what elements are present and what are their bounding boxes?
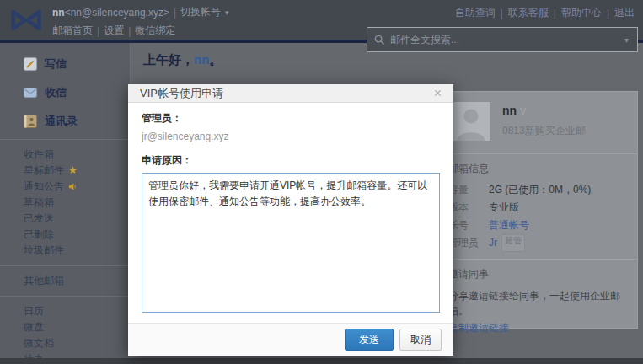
- switch-account-link[interactable]: 切换帐号: [180, 5, 221, 19]
- sidebar-divider: [0, 139, 130, 140]
- separator: |: [607, 8, 609, 19]
- app-label: 微文档: [24, 337, 54, 350]
- search-icon: [374, 35, 385, 46]
- nav-wechat-bind[interactable]: 微信绑定: [135, 24, 175, 38]
- sidebar-item-starred[interactable]: 星标邮件 ★: [0, 163, 130, 179]
- folder-label: 收件箱: [24, 148, 54, 161]
- user-name: nn: [52, 7, 65, 19]
- exmail-page: nn<nn@silenceyang.xyz> | 切换帐号 ▾ 邮箱首页 | 设…: [0, 0, 643, 364]
- vip-apply-modal: VIP帐号使用申请 × 管理员： jr@silenceyang.xyz 申请原因…: [128, 84, 453, 356]
- admin-name-link[interactable]: Jr: [489, 234, 497, 252]
- info-label: 版本: [448, 199, 489, 217]
- separator: |: [554, 8, 556, 19]
- exmail-logo-icon: [7, 4, 46, 36]
- info-value: 2G (已使用：0M，0%): [489, 181, 591, 199]
- greeting-suffix: 。: [209, 52, 222, 67]
- invite-title: 邀请同事: [442, 260, 637, 285]
- sidebar-item-calendar[interactable]: 日历: [0, 303, 130, 319]
- greeting-prefix: 上午好，: [143, 52, 194, 67]
- copy-invite-link-label: 复制邀请链接: [448, 322, 509, 334]
- mail-search-box: ▾: [367, 27, 638, 52]
- copy-invite-link[interactable]: 复制邀请链接: [442, 318, 637, 335]
- vip-icon[interactable]: V: [520, 106, 526, 116]
- search-scope-caret-icon[interactable]: ▾: [623, 35, 630, 45]
- close-icon[interactable]: ×: [431, 85, 445, 102]
- folder-label: 已发送: [24, 212, 54, 225]
- compose-pencil-icon: [24, 57, 37, 71]
- quick-contact-support[interactable]: 联系客服: [508, 6, 549, 20]
- app-label: 微盘: [24, 321, 44, 334]
- super-admin-badge: 超管: [501, 234, 525, 252]
- modal-header: VIP帐号使用申请 ×: [128, 84, 453, 103]
- info-row-capacity: 容量 2G (已使用：0M，0%): [448, 181, 637, 199]
- info-value: 专业版: [489, 199, 519, 217]
- info-row-admin: 管理员 Jr 超管: [448, 234, 637, 252]
- account-type-link[interactable]: 普通帐号: [489, 217, 529, 234]
- quick-links: 自助查询 | 联系客服 | 帮助中心 | 退出: [455, 6, 635, 20]
- separator: |: [501, 8, 503, 19]
- separator: |: [174, 7, 176, 19]
- account-panel: nnV 0813新购买企业邮 邮箱信息 容量 2G (已使用：0M，0%) 版本…: [441, 91, 638, 329]
- sidebar-divider: [0, 296, 130, 297]
- quick-help-center[interactable]: 帮助中心: [561, 6, 602, 20]
- avatar[interactable]: [452, 102, 490, 141]
- reason-textarea[interactable]: 管理员你好，我需要申请开通VIP帐号，提升邮箱容量。还可以使用保密邮件、通知公告…: [142, 173, 440, 313]
- page-bottom-bar: [0, 358, 643, 364]
- nav-settings[interactable]: 设置: [104, 24, 124, 38]
- sidebar-item-spam[interactable]: 垃圾邮件: [0, 243, 130, 259]
- star-icon: ★: [68, 164, 78, 177]
- sidebar-item-receive[interactable]: 收信: [0, 78, 130, 107]
- send-button[interactable]: 发送: [345, 329, 394, 351]
- folder-label: 通知公告: [24, 180, 64, 193]
- quick-logout[interactable]: 退出: [614, 6, 635, 20]
- invite-text: 分享邀请链接给同事，一起使用企业邮箱。: [442, 285, 637, 318]
- greeting-username: nn: [194, 52, 209, 67]
- quick-self-query[interactable]: 自助查询: [455, 6, 496, 20]
- sidebar-item-announcements[interactable]: 通知公告: [0, 179, 130, 195]
- info-label: 容量: [448, 181, 489, 199]
- sidebar-item-other-mailbox[interactable]: 其他邮箱: [0, 273, 130, 289]
- user-block: nn<nn@silenceyang.xyz> | 切换帐号 ▾ 邮箱首页 | 设…: [52, 5, 229, 38]
- folder-label: 已删除: [24, 228, 54, 241]
- mail-envelope-icon: [24, 86, 37, 99]
- modal-footer: 发送 取消: [128, 323, 453, 356]
- info-row-account-type: 帐号 普通帐号: [448, 217, 637, 234]
- sidebar-item-label: 通讯录: [45, 114, 78, 129]
- profile-name: nnV: [502, 104, 526, 117]
- search-input[interactable]: [390, 34, 623, 46]
- sidebar-item-weipan[interactable]: 微盘: [0, 319, 130, 335]
- sidebar: 写信 收信 通讯录 收件箱: [0, 43, 131, 358]
- info-label: 帐号: [448, 217, 489, 234]
- sidebar-item-contacts[interactable]: 通讯录: [0, 107, 130, 136]
- cancel-button[interactable]: 取消: [399, 329, 442, 351]
- speaker-icon: [68, 182, 78, 191]
- sidebar-item-label: 收信: [45, 85, 67, 100]
- chevron-down-icon[interactable]: ▾: [225, 8, 229, 17]
- app-label: 日历: [24, 305, 44, 318]
- user-display: nn<nn@silenceyang.xyz>: [52, 7, 169, 19]
- sidebar-item-inbox[interactable]: 收件箱: [0, 147, 130, 163]
- modal-title: VIP帐号使用申请: [140, 86, 431, 101]
- profile-name-text: nn: [502, 104, 517, 117]
- sidebar-item-drafts[interactable]: 草稿箱: [0, 195, 130, 211]
- user-email: <nn@silenceyang.xyz>: [65, 7, 169, 19]
- contacts-book-icon: [24, 115, 37, 128]
- sidebar-item-weidoc[interactable]: 微文档: [0, 335, 130, 351]
- sidebar-item-deleted[interactable]: 已删除: [0, 227, 130, 243]
- sidebar-item-compose[interactable]: 写信: [0, 50, 130, 78]
- nav-mail-home[interactable]: 邮箱首页: [52, 24, 93, 38]
- modal-body: 管理员： jr@silenceyang.xyz 申请原因： 管理员你好，我需要申…: [128, 103, 453, 323]
- folder-label: 其他邮箱: [24, 275, 64, 287]
- folder-label: 星标邮件: [24, 164, 64, 177]
- sidebar-item-sent[interactable]: 已发送: [0, 211, 130, 227]
- info-label: 管理员: [448, 234, 489, 252]
- profile-org: 0813新购买企业邮: [502, 124, 586, 138]
- mailbox-info-rows: 容量 2G (已使用：0M，0%) 版本 专业版 帐号 普通帐号 管理员 Jr …: [442, 179, 637, 260]
- profile-section: nnV 0813新购买企业邮: [442, 92, 637, 154]
- admin-email-value: jr@silenceyang.xyz: [142, 131, 440, 142]
- info-row-edition: 版本 专业版: [448, 199, 637, 217]
- folder-label: 垃圾邮件: [24, 244, 64, 257]
- admin-label: 管理员：: [142, 111, 440, 126]
- separator: |: [97, 25, 99, 37]
- sidebar-divider: [0, 265, 130, 266]
